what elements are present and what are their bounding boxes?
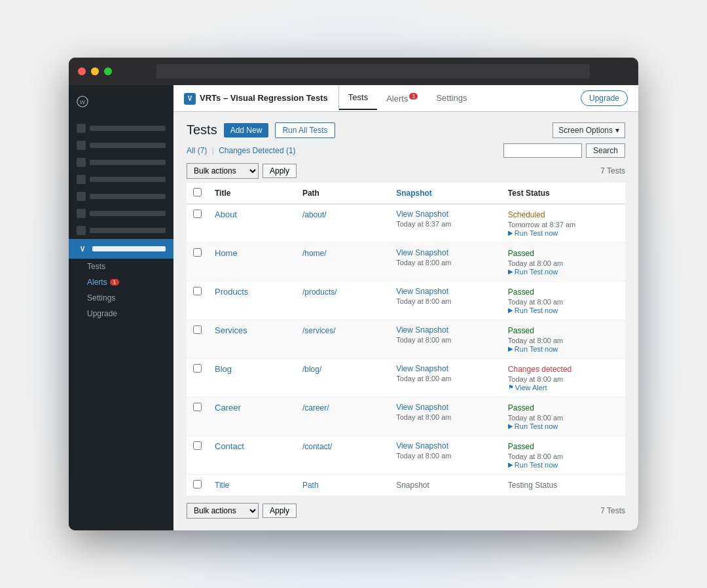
apply-button-bottom[interactable]: Apply xyxy=(263,504,297,518)
sidebar-item-settings[interactable]: Settings xyxy=(82,290,173,306)
run-test-link[interactable]: ▶ Run Test now xyxy=(508,306,619,314)
sidebar-item-media[interactable] xyxy=(69,154,173,171)
row-checkbox-blog[interactable] xyxy=(193,364,202,373)
nav-tab-settings[interactable]: Settings xyxy=(427,86,476,109)
run-test-link[interactable]: ▶ Run Test now xyxy=(508,345,619,353)
address-bar[interactable] xyxy=(156,64,590,79)
maximize-window-button[interactable] xyxy=(104,67,112,75)
table-row: Home /home/ View Snapshot Today at 8:00 … xyxy=(187,242,625,281)
snapshot-time-products: Today at 8:00 am xyxy=(396,297,451,305)
snapshot-link-services[interactable]: View Snapshot xyxy=(396,325,495,335)
add-new-button[interactable]: Add New xyxy=(224,123,269,138)
test-title-about[interactable]: About xyxy=(215,210,237,219)
snapshot-link-career[interactable]: View Snapshot xyxy=(396,403,495,412)
test-title-services[interactable]: Services xyxy=(215,325,247,335)
row-checkbox-services[interactable] xyxy=(193,325,202,334)
bulk-actions-top: Bulk actions Apply 7 Tests xyxy=(187,163,625,179)
plugin-header: V VRTs – Visual Regression Tests Tests A… xyxy=(173,85,638,112)
snapshot-time-about: Today at 8:37 am xyxy=(396,220,451,228)
row-checkbox-contact[interactable] xyxy=(193,441,202,450)
snapshot-link-about[interactable]: View Snapshot xyxy=(396,210,495,219)
browser-chrome xyxy=(69,58,638,85)
sidebar-item-vrts[interactable]: V xyxy=(69,239,173,259)
test-title-home[interactable]: Home xyxy=(215,248,238,258)
test-path-contact[interactable]: /contact/ xyxy=(302,442,332,451)
table-row: Services /services/ View Snapshot Today … xyxy=(187,320,625,358)
row-checkbox-career[interactable] xyxy=(193,403,202,411)
sidebar-item-posts[interactable] xyxy=(69,137,173,154)
sidebar-item-appearance[interactable] xyxy=(69,205,173,222)
sidebar-item-alerts[interactable]: Alerts1 xyxy=(82,274,173,290)
sidebar-item-comments[interactable] xyxy=(69,188,173,205)
tests-count: 7 Tests xyxy=(600,166,625,175)
table-row: Career /career/ View Snapshot Today at 8… xyxy=(187,397,625,435)
select-all-checkbox[interactable] xyxy=(193,188,202,196)
minimize-window-button[interactable] xyxy=(91,67,99,75)
status-label-contact: Passed xyxy=(508,442,534,451)
col-header-status: Test Status xyxy=(501,183,625,204)
filter-all-link[interactable]: All (7) xyxy=(187,146,207,155)
bulk-actions-select-bottom[interactable]: Bulk actions xyxy=(187,503,259,519)
footer-snapshot-cell: Snapshot xyxy=(390,474,501,496)
footer-title-cell: Title xyxy=(208,474,296,496)
filter-changes-link[interactable]: Changes Detected (1) xyxy=(219,146,295,155)
sidebar-item-tests[interactable]: Tests xyxy=(82,259,173,274)
run-icon: ▶ xyxy=(508,345,513,352)
test-path-products[interactable]: /products/ xyxy=(302,287,337,297)
apply-button-top[interactable]: Apply xyxy=(263,164,297,178)
test-title-products[interactable]: Products xyxy=(215,287,248,297)
snapshot-link-contact[interactable]: View Snapshot xyxy=(396,441,495,450)
test-path-home[interactable]: /home/ xyxy=(302,249,327,258)
run-test-link[interactable]: ▶ Run Test now xyxy=(508,268,619,276)
sidebar-item-pages[interactable] xyxy=(69,171,173,188)
nav-tab-tests[interactable]: Tests xyxy=(339,86,377,110)
main-content: V VRTs – Visual Regression Tests Tests A… xyxy=(173,85,638,530)
view-alert-link[interactable]: ⚑ View Alert xyxy=(508,384,619,392)
row-checkbox-home[interactable] xyxy=(193,248,202,257)
status-label-career: Passed xyxy=(508,403,534,413)
snapshot-time-career: Today at 8:00 am xyxy=(396,413,451,421)
sidebar-item-upgrade[interactable]: Upgrade xyxy=(82,306,173,322)
screen-options-button[interactable]: Screen Options ▾ xyxy=(553,122,625,138)
test-path-career[interactable]: /career/ xyxy=(302,403,329,413)
search-button[interactable]: Search xyxy=(586,143,625,158)
close-window-button[interactable] xyxy=(78,67,86,75)
status-time-career: Today at 8:00 am xyxy=(508,414,563,422)
search-input[interactable] xyxy=(503,143,582,158)
bulk-actions-select-top[interactable]: Bulk actions xyxy=(187,163,259,179)
page-title: Tests xyxy=(187,122,217,138)
nav-tab-alerts[interactable]: Alerts1 xyxy=(377,86,427,110)
test-path-services[interactable]: /services/ xyxy=(302,326,336,335)
plugin-title: V VRTs – Visual Regression Tests xyxy=(184,85,339,111)
test-path-about[interactable]: /about/ xyxy=(302,210,327,219)
upgrade-button[interactable]: Upgrade xyxy=(581,90,628,106)
snapshot-link-products[interactable]: View Snapshot xyxy=(396,287,495,296)
run-test-link[interactable]: ▶ Run Test now xyxy=(508,422,619,430)
run-icon: ▶ xyxy=(508,306,513,314)
bulk-actions-bottom: Bulk actions Apply 7 Tests xyxy=(187,503,625,519)
test-title-career[interactable]: Career xyxy=(215,403,241,413)
table-row: About /about/ View Snapshot Today at 8:3… xyxy=(187,204,625,242)
select-all-footer-checkbox[interactable] xyxy=(193,480,202,488)
chevron-down-icon: ▾ xyxy=(615,126,619,135)
run-icon: ▶ xyxy=(508,422,513,430)
snapshot-link-home[interactable]: View Snapshot xyxy=(396,248,495,257)
test-title-blog[interactable]: Blog xyxy=(215,364,232,374)
table-row: Blog /blog/ View Snapshot Today at 8:00 … xyxy=(187,358,625,397)
sidebar-item-plugins[interactable] xyxy=(69,222,173,239)
sidebar-item-dashboard[interactable] xyxy=(69,120,173,137)
svg-text:W: W xyxy=(80,99,86,105)
run-all-tests-button[interactable]: Run All Tests xyxy=(275,122,335,138)
table-header-row: Title Path Snapshot Test Status xyxy=(187,183,625,204)
snapshot-link-blog[interactable]: View Snapshot xyxy=(396,364,495,373)
row-checkbox-products[interactable] xyxy=(193,287,202,295)
test-path-blog[interactable]: /blog/ xyxy=(302,365,321,374)
run-icon: ▶ xyxy=(508,268,513,275)
run-test-link[interactable]: ▶ Run Test now xyxy=(508,229,619,237)
table-row: Contact /contact/ View Snapshot Today at… xyxy=(187,435,625,474)
row-checkbox-about[interactable] xyxy=(193,210,202,218)
col-header-title: Title xyxy=(208,183,296,204)
run-test-link[interactable]: ▶ Run Test now xyxy=(508,461,619,469)
run-icon: ▶ xyxy=(508,461,513,468)
test-title-contact[interactable]: Contact xyxy=(215,441,244,451)
